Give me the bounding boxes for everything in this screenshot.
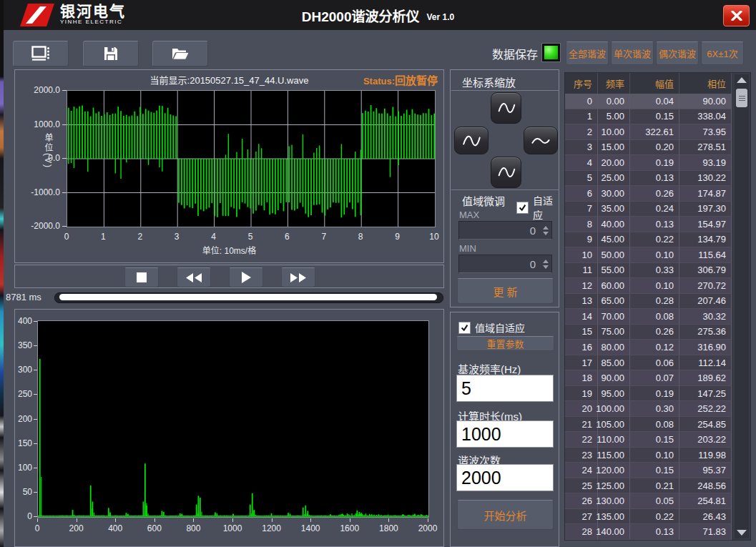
table-header-cell[interactable]: 幅值 bbox=[630, 73, 679, 94]
filter-single-harmonic-button[interactable]: 单次谐波 bbox=[611, 41, 654, 65]
play-button[interactable] bbox=[229, 267, 263, 287]
device-button[interactable] bbox=[13, 41, 69, 66]
playback-progress-slider[interactable] bbox=[54, 292, 443, 303]
fundamental-freq-value[interactable]: 5 bbox=[461, 378, 471, 398]
table-row[interactable]: 00.000.0490.00 bbox=[565, 94, 732, 109]
fast-forward-button[interactable] bbox=[281, 267, 315, 287]
open-file-button[interactable] bbox=[152, 41, 208, 66]
table-header-cell[interactable]: 序号 bbox=[565, 73, 598, 94]
waveform-x-tick: 3 bbox=[170, 232, 184, 242]
table-cell: 20 bbox=[565, 401, 598, 417]
scrollbar-thumb[interactable] bbox=[736, 89, 747, 107]
filter-even-harmonics-button[interactable]: 偶次谐波 bbox=[656, 41, 699, 65]
table-cell: 119.98 bbox=[679, 448, 732, 463]
reset-params-button[interactable]: 重置参数 bbox=[456, 336, 554, 351]
rewind-button[interactable] bbox=[177, 267, 211, 287]
data-save-label: 数据保存 bbox=[492, 45, 538, 62]
scroll-up-icon[interactable] bbox=[737, 77, 747, 83]
table-cell: 0 bbox=[565, 94, 598, 109]
update-button[interactable]: 更 新 bbox=[457, 278, 554, 304]
spin-down-icon[interactable] bbox=[543, 232, 549, 235]
table-row[interactable]: 24120.000.1595.37 bbox=[565, 463, 732, 478]
scroll-down-icon[interactable] bbox=[737, 530, 747, 536]
table-cell: 0.05 bbox=[630, 493, 679, 509]
table-cell: 28 bbox=[565, 524, 598, 540]
harmonic-count-input-box: 2000 bbox=[456, 464, 554, 491]
table-cell: 85.00 bbox=[598, 355, 630, 371]
table-cell: 6 bbox=[565, 186, 598, 202]
start-analysis-button[interactable]: 开始分析 bbox=[457, 500, 554, 530]
fast-forward-icon bbox=[290, 272, 307, 283]
tick-mark bbox=[77, 518, 77, 522]
table-row[interactable]: 840.000.13154.97 bbox=[565, 217, 732, 232]
table-row[interactable]: 1890.000.07189.62 bbox=[565, 370, 732, 386]
zoom-y-compress-button[interactable] bbox=[491, 157, 521, 188]
save-button[interactable] bbox=[83, 41, 139, 66]
table-cell: 21 bbox=[565, 417, 598, 433]
table-cell: 55.00 bbox=[598, 263, 630, 279]
spin-up-icon[interactable] bbox=[543, 226, 549, 230]
spin-up-icon[interactable] bbox=[543, 260, 549, 263]
zoom-x-compress-button[interactable] bbox=[524, 127, 558, 154]
table-row[interactable]: 23115.000.10119.98 bbox=[565, 448, 732, 463]
table-row[interactable]: 945.000.22134.79 bbox=[565, 232, 732, 248]
stop-button[interactable] bbox=[124, 267, 159, 287]
filter-6x1-button[interactable]: 6X±1次 bbox=[701, 41, 744, 65]
calc-duration-value[interactable]: 1000 bbox=[461, 424, 501, 444]
min-input[interactable] bbox=[459, 255, 551, 272]
waveform-x-tick: 4 bbox=[207, 232, 221, 242]
table-row[interactable]: 20100.000.30252.22 bbox=[565, 401, 732, 417]
yinhe-logo-icon bbox=[20, 4, 54, 26]
table-row[interactable]: 1365.000.28207.46 bbox=[565, 294, 732, 310]
table-cell: 0.10 bbox=[630, 448, 679, 463]
tick-mark bbox=[62, 90, 67, 91]
close-button[interactable] bbox=[723, 5, 750, 26]
tick-mark bbox=[62, 158, 67, 159]
table-row[interactable]: 525.000.13130.22 bbox=[565, 171, 732, 187]
table-row[interactable]: 1995.000.19147.25 bbox=[565, 386, 732, 402]
table-row[interactable]: 1470.000.0830.32 bbox=[565, 309, 732, 325]
table-row[interactable]: 1785.000.06112.14 bbox=[565, 355, 732, 371]
spin-down-icon[interactable] bbox=[543, 265, 549, 269]
tick-mark bbox=[272, 518, 273, 522]
table-row[interactable]: 27135.000.2226.43 bbox=[565, 509, 732, 525]
tick-mark bbox=[34, 394, 37, 395]
table-row[interactable]: 1050.000.10115.64 bbox=[565, 247, 732, 263]
table-cell: 207.46 bbox=[679, 294, 732, 310]
table-cell: 16 bbox=[565, 340, 598, 355]
table-row[interactable]: 1155.000.33306.79 bbox=[565, 263, 732, 279]
spectrum-y-tick: 200 bbox=[15, 414, 32, 424]
table-row[interactable]: 1260.000.10270.72 bbox=[565, 278, 732, 294]
filter-all-harmonics-button[interactable]: 全部谐波 bbox=[566, 41, 609, 65]
table-row[interactable]: 735.000.24197.30 bbox=[565, 202, 732, 217]
table-row[interactable]: 21105.000.08254.85 bbox=[565, 417, 732, 433]
table-row[interactable]: 315.000.20278.51 bbox=[565, 140, 732, 156]
tick-mark bbox=[34, 468, 37, 468]
max-input[interactable] bbox=[459, 222, 551, 239]
table-row[interactable]: 420.000.1993.19 bbox=[565, 155, 732, 171]
table-cell: 0.08 bbox=[630, 417, 679, 433]
table-row[interactable]: 15.000.15338.04 bbox=[565, 109, 732, 125]
table-cell: 100.00 bbox=[598, 401, 630, 417]
auto-adapt-checkbox[interactable] bbox=[516, 202, 529, 214]
table-row[interactable]: 630.000.26174.87 bbox=[565, 186, 732, 202]
table-scrollbar[interactable] bbox=[735, 74, 749, 538]
tick-mark bbox=[34, 492, 37, 493]
harmonic-count-value[interactable]: 2000 bbox=[461, 468, 501, 488]
table-cell: 0.19 bbox=[630, 155, 679, 171]
table-row[interactable]: 26130.000.05254.81 bbox=[565, 493, 732, 509]
zoom-x-expand-button[interactable] bbox=[454, 127, 489, 154]
table-row[interactable]: 25125.000.21248.56 bbox=[565, 478, 732, 494]
zoom-y-expand-button[interactable] bbox=[491, 92, 521, 124]
auto-range-checkbox[interactable] bbox=[458, 322, 471, 334]
table-row[interactable]: 1680.000.12316.90 bbox=[565, 340, 732, 355]
table-cell: 30.32 bbox=[679, 309, 732, 325]
spectrum-x-tick: 600 bbox=[142, 523, 167, 533]
table-row[interactable]: 1575.000.26275.36 bbox=[565, 325, 732, 340]
table-header-cell[interactable]: 相位 bbox=[679, 73, 732, 94]
table-row[interactable]: 28140.000.1371.83 bbox=[565, 524, 732, 540]
table-row[interactable]: 22110.000.15203.22 bbox=[565, 432, 732, 448]
table-header-cell[interactable]: 频率 bbox=[598, 73, 630, 94]
spectrum-x-tick: 200 bbox=[64, 523, 89, 533]
table-row[interactable]: 210.00322.6173.95 bbox=[565, 124, 732, 140]
